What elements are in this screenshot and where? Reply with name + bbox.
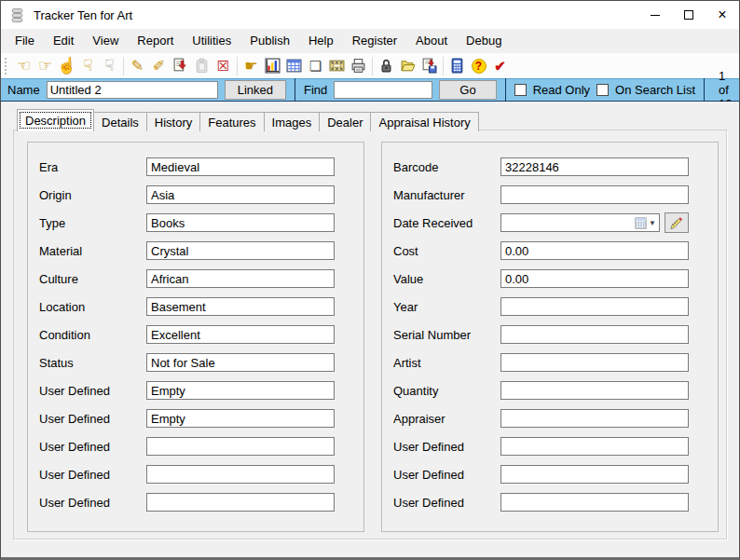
read-only-checkbox[interactable] [514, 84, 527, 96]
separator [704, 78, 705, 102]
artist-input[interactable] [500, 353, 689, 372]
tab-dealer[interactable]: Dealer [319, 112, 371, 131]
field-label: Origin [39, 188, 146, 202]
field-label: User Defined [393, 496, 500, 510]
validate-check-icon[interactable]: ✔ [489, 56, 511, 75]
description-tab-panel: Era Origin Type Material Culture Locatio… [13, 130, 727, 540]
menu-file[interactable]: File [6, 30, 44, 51]
lock-icon[interactable] [376, 56, 397, 75]
menu-publish[interactable]: Publish [240, 30, 299, 51]
close-button[interactable]: × [706, 1, 739, 29]
year-input[interactable] [500, 297, 689, 316]
printer-icon[interactable] [348, 56, 369, 75]
record-bar: Name Linked Find Go Read Only On Search … [1, 78, 739, 102]
field-row: User Defined [393, 465, 718, 484]
field-label: Date Received [393, 216, 500, 230]
toolbar: ☜ ☞ ☝ ☟ ☟ ✎ ✐ ☒ ☛ [1, 53, 739, 78]
era-input[interactable] [146, 157, 335, 176]
tab-details[interactable]: Details [93, 112, 147, 131]
menu-edit[interactable]: Edit [44, 30, 83, 51]
cost-input[interactable] [500, 241, 689, 260]
chart-icon[interactable] [262, 56, 283, 75]
user-defined-5-input[interactable] [146, 493, 335, 512]
field-label: Type [39, 216, 146, 230]
separator [505, 78, 506, 102]
delete-record-icon[interactable]: ☒ [212, 56, 234, 75]
open-folder-icon[interactable] [397, 56, 418, 75]
user-defined-2-input[interactable] [146, 409, 335, 428]
calculator-icon[interactable] [446, 56, 468, 75]
user-defined-8-input[interactable] [500, 493, 689, 512]
minimize-icon [651, 15, 660, 16]
type-input[interactable] [146, 213, 335, 232]
on-search-list-checkbox[interactable] [596, 84, 609, 96]
condition-input[interactable] [146, 325, 335, 344]
minimize-button[interactable] [638, 1, 672, 29]
quantity-input[interactable] [500, 381, 689, 400]
go-button[interactable]: Go [439, 80, 496, 100]
user-defined-3-input[interactable] [146, 437, 335, 456]
filmstrip-icon[interactable] [326, 56, 348, 75]
find-input[interactable] [334, 81, 432, 99]
save-disk-icon[interactable] [418, 56, 440, 75]
goto-record-icon[interactable]: ☛ [240, 56, 262, 75]
hand-point-up-icon[interactable]: ☝ [56, 56, 77, 75]
copy-pages-icon[interactable]: ❏ [305, 56, 326, 75]
hand-point-down-icon[interactable]: ☟ [77, 56, 99, 75]
barcode-input[interactable] [500, 157, 689, 176]
hand-point-left-icon[interactable]: ☜ [13, 56, 34, 75]
field-row: Artist [393, 353, 718, 372]
eraser-pen-icon [670, 216, 684, 230]
field-label: Value [393, 272, 500, 286]
hand-point-right-icon[interactable]: ☞ [34, 56, 56, 75]
field-row: Status [39, 353, 363, 372]
tab-images[interactable]: Images [264, 112, 321, 131]
menu-report[interactable]: Report [128, 30, 183, 51]
user-defined-4-input[interactable] [146, 465, 335, 484]
field-row: User Defined [393, 437, 718, 456]
menu-debug[interactable]: Debug [457, 30, 511, 51]
table-icon[interactable] [283, 56, 305, 75]
maximize-button[interactable] [672, 1, 706, 29]
clear-date-button[interactable] [665, 212, 689, 233]
help-icon[interactable]: ? [468, 56, 489, 75]
paste-record-icon[interactable] [191, 56, 212, 75]
serial-number-input[interactable] [500, 325, 689, 344]
menu-help[interactable]: Help [299, 30, 343, 51]
appraiser-input[interactable] [500, 409, 689, 428]
toolbar-separator [443, 57, 444, 75]
copy-record-icon[interactable] [170, 56, 191, 75]
tab-history[interactable]: History [146, 112, 200, 131]
menu-about[interactable]: About [406, 30, 457, 51]
tab-features[interactable]: Features [199, 112, 264, 131]
field-row: Manufacturer [393, 185, 718, 204]
menu-register[interactable]: Register [343, 30, 406, 51]
user-defined-1-input[interactable] [146, 381, 335, 400]
manufacturer-input[interactable] [500, 185, 689, 204]
new-record-icon[interactable]: ✎ [127, 56, 148, 75]
tab-description[interactable]: Description [17, 109, 94, 131]
value-input[interactable] [500, 269, 689, 288]
content-area: Description Details History Features Ima… [1, 102, 739, 557]
field-label: User Defined [393, 468, 500, 482]
date-received-combo[interactable]: ▼ [500, 213, 660, 232]
edit-record-icon[interactable]: ✐ [148, 56, 170, 75]
menu-view[interactable]: View [83, 30, 128, 51]
field-row: Origin [39, 185, 363, 204]
location-input[interactable] [146, 297, 335, 316]
toolbar-gripper[interactable] [5, 58, 9, 75]
name-input[interactable] [47, 81, 218, 99]
material-input[interactable] [146, 241, 335, 260]
field-row: User Defined [39, 409, 363, 428]
origin-input[interactable] [146, 185, 335, 204]
field-label: Appraiser [393, 412, 500, 426]
calendar-icon [635, 217, 647, 229]
user-defined-7-input[interactable] [500, 465, 689, 484]
user-defined-6-input[interactable] [500, 437, 689, 456]
hand-point-down-line-icon[interactable]: ☟ [99, 56, 120, 75]
linked-button[interactable]: Linked [225, 80, 286, 100]
tab-appraisal-history[interactable]: Appraisal History [370, 112, 478, 131]
menu-utilities[interactable]: Utilities [183, 30, 240, 51]
culture-input[interactable] [146, 269, 335, 288]
status-input[interactable] [146, 353, 335, 372]
